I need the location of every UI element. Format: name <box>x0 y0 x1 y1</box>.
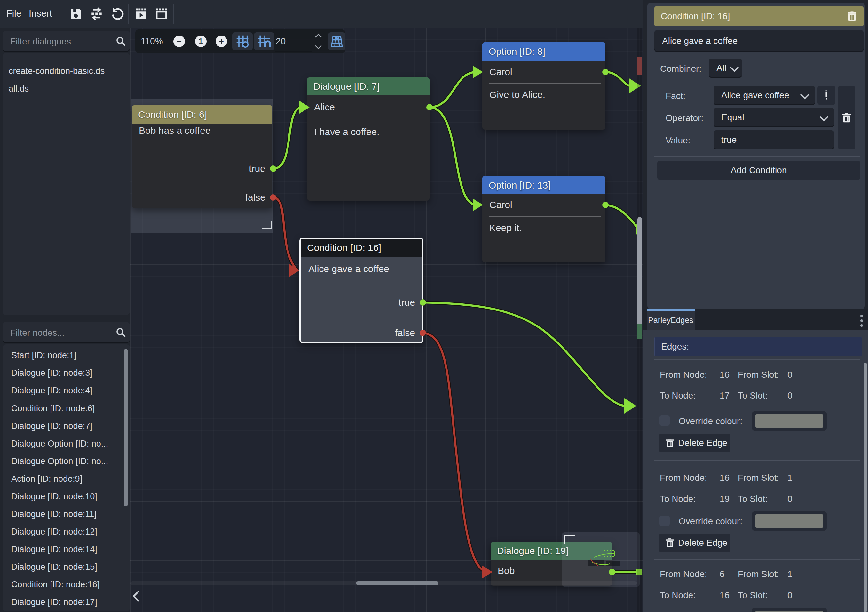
chevron-down-icon <box>800 90 809 99</box>
dialogue-file-item[interactable]: create-condition-basic.ds <box>9 63 105 79</box>
snap-amount-input[interactable] <box>275 32 312 51</box>
undo-button[interactable] <box>111 7 124 20</box>
graph-node-condition-6[interactable]: Condition [ID: 6] Bob has a coffee true … <box>132 105 273 208</box>
override-colour-swatch[interactable] <box>752 608 827 612</box>
save-button[interactable] <box>69 7 82 20</box>
delete-edge-button[interactable]: Delete Edge <box>659 434 730 452</box>
delete-condition-button[interactable] <box>838 86 855 149</box>
node-title: Condition [ID: 16] <box>307 239 381 257</box>
nodes-filter <box>3 322 130 343</box>
node-list-item[interactable]: Condition [ID: node:6] <box>11 401 95 416</box>
trash-icon <box>665 438 675 448</box>
main-toolbar: File Insert <box>0 0 643 28</box>
reorder-nodes-button[interactable] <box>90 7 103 20</box>
divider <box>654 55 863 55</box>
graph-node-option-8[interactable]: Option [ID: 8] Carol Give to Alice. <box>482 42 605 130</box>
node-list-item[interactable]: Dialogue [ID: node:4] <box>11 382 92 399</box>
add-condition-button[interactable]: Add Condition <box>657 161 860 180</box>
node-header[interactable]: Condition [ID: 6] <box>132 105 273 124</box>
snap-amount-down[interactable] <box>316 43 321 50</box>
filter-nodes-input[interactable] <box>9 322 113 344</box>
node-list-item[interactable]: Dialogue [ID: node:14] <box>11 541 97 557</box>
toolbar-divider <box>63 4 64 24</box>
graph-node-dialogue-7[interactable]: Dialogue [ID: 7] Alice I have a coffee. <box>307 78 429 201</box>
node-header[interactable]: Option [ID: 13] <box>482 176 605 194</box>
node-list-item[interactable]: Start [ID: node:1] <box>11 347 76 363</box>
from-node-value: 16 <box>719 473 730 483</box>
node-list-item[interactable]: Dialogue [ID: node:12] <box>11 523 97 540</box>
option-text: Give to Alice. <box>489 83 545 106</box>
node-list-item[interactable]: Dialogue [ID: node:11] <box>11 506 96 522</box>
graph-vscroll-thumb[interactable] <box>637 217 642 336</box>
override-colour-checkbox[interactable] <box>659 516 670 526</box>
node-list-item[interactable]: Condition [ID: node:16] <box>11 576 99 592</box>
delete-node-icon[interactable] <box>846 11 858 22</box>
condition-text: Bob has a coffee <box>139 124 211 138</box>
snap-amount-up[interactable] <box>316 34 321 40</box>
combiner-dropdown[interactable]: All <box>709 59 742 78</box>
condition-description-input[interactable]: Alice gave a coffee <box>654 30 863 52</box>
vscroll-marker-red <box>637 57 642 75</box>
node-list-item[interactable]: Dialogue [ID: node:7] <box>11 418 92 434</box>
node-list-item[interactable]: Dialogue Option [ID: no... <box>11 436 108 452</box>
node-list-item[interactable]: Dialogue [ID: node:17] <box>11 594 97 610</box>
from-node-label: From Node: <box>660 370 707 380</box>
snap-magnet-toggle[interactable] <box>254 32 274 50</box>
from-node-value: 16 <box>719 370 730 380</box>
node-list-item[interactable]: Dialogue [ID: node:10] <box>11 488 97 505</box>
graph-hscroll-thumb[interactable] <box>356 581 439 585</box>
override-colour-swatch[interactable] <box>752 411 827 430</box>
edit-fact-button[interactable] <box>817 86 835 105</box>
menu-file[interactable]: File <box>3 0 25 27</box>
to-node-value: 17 <box>719 390 730 401</box>
divider <box>654 460 860 461</box>
dialogues-filter <box>3 31 130 52</box>
node-header[interactable]: Option [ID: 8] <box>482 42 605 61</box>
override-colour-checkbox[interactable] <box>659 415 670 426</box>
filter-dialogues-input[interactable] <box>9 31 113 53</box>
from-slot-label: From Slot: <box>738 569 779 579</box>
delete-edge-button[interactable]: Delete Edge <box>659 534 730 552</box>
node-header[interactable]: Condition [ID: 16] <box>301 239 422 257</box>
override-colour-swatch[interactable] <box>752 511 827 531</box>
edges-section-header[interactable]: Edges: <box>654 337 862 356</box>
dialogue-text: I have a coffee. <box>314 119 380 144</box>
graph-node-option-13[interactable]: Option [ID: 13] Carol Keep it. <box>482 176 605 263</box>
minimap-toggle[interactable] <box>328 32 346 50</box>
kebab-menu-icon[interactable] <box>860 312 863 329</box>
from-slot-value: 1 <box>787 473 792 483</box>
trash-icon <box>665 538 675 548</box>
node-list-item[interactable]: Dialogue Option [ID: no... <box>11 453 108 469</box>
node-list-item[interactable]: Action [ID: node:9] <box>11 471 82 487</box>
value-input[interactable]: true <box>713 130 834 149</box>
zoom-reset-button[interactable]: 1 <box>195 36 207 47</box>
play-dialogue-button[interactable] <box>134 7 148 20</box>
override-colour-label: Override colour: <box>679 516 742 527</box>
zoom-in-button[interactable]: + <box>215 36 227 47</box>
play-dialogue-from-button[interactable] <box>155 7 168 20</box>
graph-node-condition-16-selected[interactable]: Condition [ID: 16] Alice gave a coffee t… <box>299 238 423 343</box>
pencil-icon <box>821 89 832 102</box>
edges-list-scrollbar[interactable] <box>864 363 867 612</box>
menu-insert[interactable]: Insert <box>26 0 55 27</box>
node-list-item[interactable]: Dialogue [ID: node:3] <box>11 365 92 381</box>
resize-bracket-icon[interactable] <box>262 222 271 229</box>
snap-grid-toggle[interactable] <box>232 32 253 50</box>
nodes-list: Start [ID: node:1] Dialogue [ID: node:3]… <box>3 345 130 611</box>
vscroll-marker-green <box>637 324 642 339</box>
combiner-label: Combiner: <box>660 64 701 74</box>
edges-panel: Edges: From Node: 16 From Slot: 0 To Nod… <box>643 330 868 612</box>
delete-edge-label: Delete Edge <box>678 434 727 452</box>
dialogue-editor-app: Condition [ID: 6] Bob has a coffee true … <box>0 0 868 612</box>
dialogue-file-item[interactable]: all.ds <box>9 81 29 97</box>
zoom-out-button[interactable]: − <box>174 36 185 47</box>
tab-parleyedges[interactable]: ParleyEdges <box>647 309 694 330</box>
nodes-list-scrollbar[interactable] <box>124 349 128 506</box>
node-header[interactable]: Dialogue [ID: 7] <box>307 78 429 95</box>
node-list-item[interactable]: Dialogue [ID: node:15] <box>11 559 97 575</box>
operator-dropdown[interactable]: Equal <box>713 108 834 127</box>
from-node-value: 6 <box>719 569 725 579</box>
condition-description-value: Alice gave a coffee <box>662 30 738 52</box>
speaker-name: Bob <box>498 559 515 582</box>
fact-dropdown[interactable]: Alice gave coffee <box>713 86 815 105</box>
